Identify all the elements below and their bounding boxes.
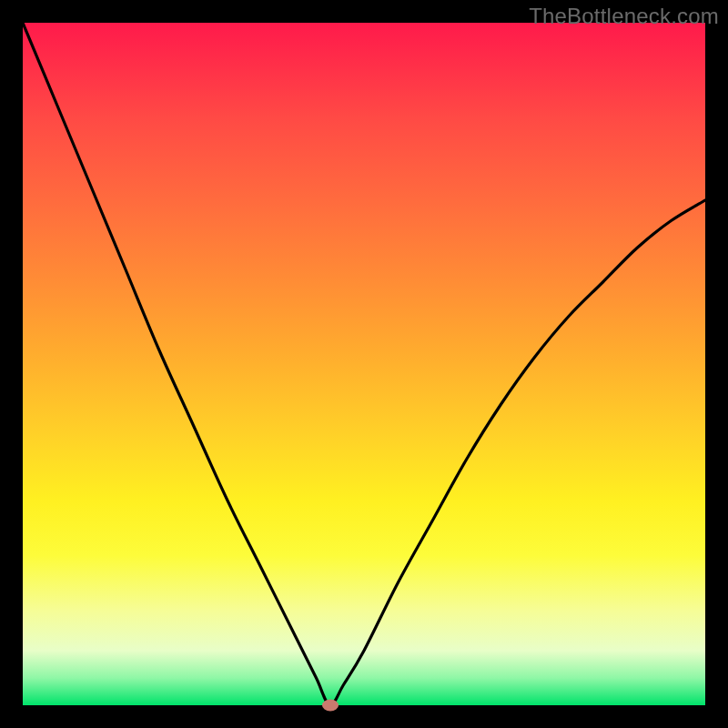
optimum-marker <box>322 700 339 712</box>
watermark-label: TheBottleneck.com <box>529 4 719 29</box>
bottleneck-curve <box>23 23 705 705</box>
plot-area <box>23 23 705 705</box>
chart-frame: TheBottleneck.com <box>0 0 728 728</box>
